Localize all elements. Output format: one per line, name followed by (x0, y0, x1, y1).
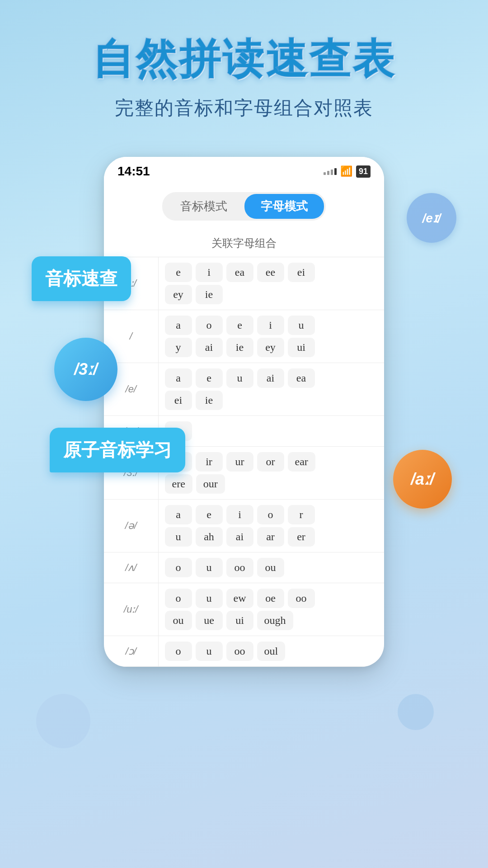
letter-chip[interactable]: u (196, 642, 223, 661)
letter-chip[interactable]: ar (257, 527, 284, 547)
letter-chip[interactable]: ough (257, 611, 293, 630)
letter-chip[interactable]: or (257, 452, 284, 472)
letter-chip[interactable]: ew (226, 589, 253, 608)
letter-chip[interactable]: oo (226, 558, 253, 577)
letter-chip[interactable]: e (196, 368, 223, 388)
status-bar: 14:51 📶 91 (104, 157, 384, 183)
letter-chip[interactable]: y (165, 338, 192, 357)
hero-section: 自然拼读速查表 完整的音标和字母组合对照表 (0, 0, 488, 139)
phoneme-label: /ʌ/ (104, 552, 158, 583)
letter-chip[interactable]: a (165, 368, 192, 388)
letter-chip[interactable]: ur (226, 452, 253, 472)
letter-chip[interactable]: ie (226, 338, 253, 357)
letter-chip[interactable]: a (165, 505, 192, 524)
table-row: /ɔ/ouoooul (104, 636, 384, 667)
phoneme-label: /uː/ (104, 583, 158, 636)
table-row: /uː/ouewoeooouueuiough (104, 583, 384, 636)
letter-chip[interactable]: e (165, 263, 192, 282)
letter-chip[interactable]: ey (257, 338, 284, 357)
letter-chip[interactable]: o (165, 589, 192, 608)
letter-chip[interactable]: ir (196, 452, 223, 472)
letter-chip[interactable]: u (165, 527, 192, 547)
table-header: 关联字母组合 (104, 230, 384, 257)
letter-chip[interactable]: ou (257, 558, 284, 577)
status-time: 14:51 (117, 164, 150, 179)
letter-chip[interactable]: ue (196, 611, 223, 630)
letter-chip[interactable]: ee (257, 263, 284, 282)
letters-cell: a (158, 416, 384, 447)
letter-chip[interactable]: i (257, 316, 284, 335)
letters-cell: aoeiuyaiieeyui (158, 310, 384, 363)
letter-chip[interactable]: ai (226, 527, 253, 547)
letters-cell: ouoooul (158, 636, 384, 667)
battery-icon: 91 (356, 165, 371, 178)
letter-chip[interactable]: a (165, 316, 192, 335)
letter-chip[interactable]: er (288, 527, 315, 547)
table-row: /e/aeuaieaeiie (104, 363, 384, 416)
letter-chip[interactable]: e (196, 505, 223, 524)
letter-chip[interactable]: our (196, 474, 225, 494)
letter-chip[interactable]: ai (196, 338, 223, 357)
tab-phonics[interactable]: 音标模式 (164, 194, 244, 219)
letter-chip[interactable]: oo (288, 589, 315, 608)
deco-circle-1 (36, 694, 90, 748)
letter-chip[interactable]: ear (288, 452, 315, 472)
letter-chip[interactable]: ai (257, 368, 284, 388)
letter-chip[interactable]: o (165, 642, 192, 661)
letter-chip[interactable]: r (288, 505, 315, 524)
phoneme-badge-ei: /eɪ/ (407, 193, 456, 243)
phoneme-circle-a: /aː/ (393, 450, 452, 509)
letter-chip[interactable]: ey (165, 285, 192, 304)
letter-chip[interactable]: ui (288, 338, 315, 357)
letters-cell: ouooou (158, 552, 384, 583)
letter-chip[interactable]: u (196, 558, 223, 577)
letter-chip[interactable]: u (226, 368, 253, 388)
wifi-icon: 📶 (340, 165, 352, 177)
signal-icon (324, 168, 337, 175)
letter-chip[interactable]: ie (196, 391, 223, 410)
letter-chip[interactable]: u (288, 316, 315, 335)
letter-chip[interactable]: ei (165, 391, 192, 410)
table-row: /aoeiuyaiieeyui (104, 310, 384, 363)
letter-chip[interactable]: i (226, 505, 253, 524)
letter-chip[interactable]: ie (196, 285, 223, 304)
tab-letter[interactable]: 字母模式 (244, 194, 324, 219)
letters-cell: eieaeeeieyie (158, 257, 384, 310)
letter-chip[interactable]: ou (165, 611, 192, 630)
letter-chip[interactable]: ei (288, 263, 315, 282)
letter-chip[interactable]: ah (196, 527, 223, 547)
letters-cell: aeuaieaeiie (158, 363, 384, 416)
phoneme-label: /ə/ (104, 500, 158, 552)
phoneme-circle-3: /3ː/ (54, 338, 117, 401)
letter-chip[interactable]: ere (165, 474, 192, 494)
yinbiao-badge: 音标速查 (32, 256, 131, 301)
letter-chip[interactable]: o (165, 558, 192, 577)
letter-chip[interactable]: o (196, 316, 223, 335)
letter-chip[interactable]: o (257, 505, 284, 524)
letter-chip[interactable]: ui (226, 611, 253, 630)
hero-title: 自然拼读速查表 (18, 36, 470, 82)
phoneme-label: /ɔ/ (104, 636, 158, 667)
table-row: /ə/aeioruahaiarer (104, 500, 384, 552)
letters-cell: erirurorearereour (158, 447, 384, 500)
table-row: /iː/eieaeeeieyie (104, 257, 384, 310)
tab-switcher: 音标模式 字母模式 (162, 192, 326, 221)
letter-chip[interactable]: ea (288, 368, 315, 388)
phone-container: 音标速查 /3ː/ /eɪ/ 14:51 📶 91 音标模式 (41, 157, 447, 667)
hero-subtitle: 完整的音标和字母组合对照表 (18, 95, 470, 121)
letter-chip[interactable]: ea (226, 263, 253, 282)
status-icons: 📶 91 (324, 165, 371, 178)
letters-cell: aeioruahaiarer (158, 500, 384, 552)
letter-chip[interactable]: i (196, 263, 223, 282)
letter-chip[interactable]: oul (257, 642, 286, 661)
letter-chip[interactable]: oo (226, 642, 253, 661)
bottom-section (0, 667, 488, 757)
letter-chip[interactable]: e (226, 316, 253, 335)
letter-chip[interactable]: u (196, 589, 223, 608)
deco-circle-2 (398, 694, 434, 730)
letters-cell: ouewoeooouueuiough (158, 583, 384, 636)
phone-mockup: 14:51 📶 91 音标模式 字母模式 关联字母组合 / (104, 157, 384, 667)
yuanzi-badge: 原子音标学习 (50, 428, 185, 472)
table-row: /ʌ/ouooou (104, 552, 384, 583)
letter-chip[interactable]: oe (257, 589, 284, 608)
